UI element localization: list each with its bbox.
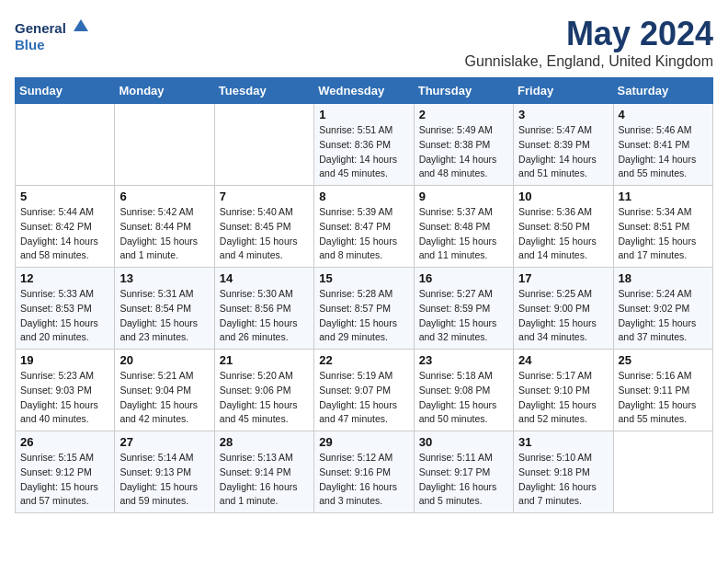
week-row-1: 1Sunrise: 5:51 AM Sunset: 8:36 PM Daylig… bbox=[16, 104, 713, 186]
logo-svg: General Blue bbox=[15, 15, 88, 56]
day-info: Sunrise: 5:47 AM Sunset: 8:39 PM Dayligh… bbox=[518, 123, 608, 181]
day-info: Sunrise: 5:14 AM Sunset: 9:13 PM Dayligh… bbox=[119, 451, 209, 509]
day-info: Sunrise: 5:13 AM Sunset: 9:14 PM Dayligh… bbox=[220, 451, 309, 509]
calendar-cell: 16Sunrise: 5:27 AM Sunset: 8:59 PM Dayli… bbox=[414, 268, 513, 350]
day-info: Sunrise: 5:28 AM Sunset: 8:57 PM Dayligh… bbox=[319, 287, 408, 345]
day-number: 4 bbox=[619, 108, 708, 121]
day-info: Sunrise: 5:21 AM Sunset: 9:04 PM Dayligh… bbox=[119, 369, 209, 427]
week-row-2: 5Sunrise: 5:44 AM Sunset: 8:42 PM Daylig… bbox=[16, 186, 713, 268]
day-number: 11 bbox=[619, 190, 708, 203]
day-info: Sunrise: 5:16 AM Sunset: 9:11 PM Dayligh… bbox=[619, 369, 708, 427]
day-info: Sunrise: 5:27 AM Sunset: 8:59 PM Dayligh… bbox=[419, 287, 508, 345]
calendar-cell bbox=[214, 104, 313, 186]
header-cell-sunday: Sunday bbox=[16, 78, 115, 104]
calendar-cell bbox=[613, 431, 712, 513]
calendar-cell: 25Sunrise: 5:16 AM Sunset: 9:11 PM Dayli… bbox=[613, 350, 712, 431]
calendar-cell: 11Sunrise: 5:34 AM Sunset: 8:51 PM Dayli… bbox=[613, 186, 712, 268]
day-info: Sunrise: 5:30 AM Sunset: 8:56 PM Dayligh… bbox=[220, 287, 309, 345]
title-block: May 2024 Gunnislake, England, United Kin… bbox=[465, 15, 713, 70]
day-info: Sunrise: 5:12 AM Sunset: 9:16 PM Dayligh… bbox=[319, 451, 408, 509]
day-info: Sunrise: 5:31 AM Sunset: 8:54 PM Dayligh… bbox=[119, 287, 209, 345]
day-number: 8 bbox=[319, 190, 408, 203]
week-row-4: 19Sunrise: 5:23 AM Sunset: 9:03 PM Dayli… bbox=[16, 350, 713, 431]
day-number: 29 bbox=[319, 435, 408, 449]
day-number: 1 bbox=[319, 108, 408, 121]
header-cell-thursday: Thursday bbox=[414, 78, 513, 104]
day-info: Sunrise: 5:10 AM Sunset: 9:18 PM Dayligh… bbox=[518, 451, 608, 509]
day-info: Sunrise: 5:42 AM Sunset: 8:44 PM Dayligh… bbox=[119, 205, 209, 263]
calendar-cell: 14Sunrise: 5:30 AM Sunset: 8:56 PM Dayli… bbox=[214, 268, 313, 350]
calendar-cell: 21Sunrise: 5:20 AM Sunset: 9:06 PM Dayli… bbox=[214, 350, 313, 431]
day-info: Sunrise: 5:49 AM Sunset: 8:38 PM Dayligh… bbox=[419, 123, 508, 181]
day-info: Sunrise: 5:11 AM Sunset: 9:17 PM Dayligh… bbox=[419, 451, 508, 509]
calendar-cell: 28Sunrise: 5:13 AM Sunset: 9:14 PM Dayli… bbox=[214, 431, 313, 513]
day-info: Sunrise: 5:23 AM Sunset: 9:03 PM Dayligh… bbox=[20, 369, 109, 427]
day-info: Sunrise: 5:34 AM Sunset: 8:51 PM Dayligh… bbox=[619, 205, 708, 263]
day-number: 16 bbox=[419, 271, 508, 285]
day-number: 2 bbox=[419, 108, 508, 121]
day-number: 20 bbox=[119, 353, 209, 367]
day-number: 27 bbox=[119, 435, 209, 449]
day-number: 6 bbox=[119, 190, 209, 203]
calendar-cell: 24Sunrise: 5:17 AM Sunset: 9:10 PM Dayli… bbox=[514, 350, 613, 431]
calendar-cell: 29Sunrise: 5:12 AM Sunset: 9:16 PM Dayli… bbox=[314, 431, 414, 513]
header-cell-monday: Monday bbox=[115, 78, 214, 104]
calendar-cell: 20Sunrise: 5:21 AM Sunset: 9:04 PM Dayli… bbox=[115, 350, 214, 431]
day-info: Sunrise: 5:33 AM Sunset: 8:53 PM Dayligh… bbox=[20, 287, 109, 345]
calendar-cell: 13Sunrise: 5:31 AM Sunset: 8:54 PM Dayli… bbox=[115, 268, 214, 350]
day-number: 10 bbox=[518, 190, 608, 203]
svg-text:General: General bbox=[15, 20, 66, 36]
day-info: Sunrise: 5:18 AM Sunset: 9:08 PM Dayligh… bbox=[419, 369, 508, 427]
day-number: 22 bbox=[319, 353, 408, 367]
day-number: 25 bbox=[619, 353, 708, 367]
day-info: Sunrise: 5:36 AM Sunset: 8:50 PM Dayligh… bbox=[518, 205, 608, 263]
main-title: May 2024 bbox=[465, 15, 713, 53]
day-number: 9 bbox=[419, 190, 508, 203]
page-header: General Blue May 2024 Gunnislake, Englan… bbox=[15, 15, 713, 70]
calendar-cell: 27Sunrise: 5:14 AM Sunset: 9:13 PM Dayli… bbox=[115, 431, 214, 513]
day-info: Sunrise: 5:46 AM Sunset: 8:41 PM Dayligh… bbox=[619, 123, 708, 181]
day-info: Sunrise: 5:24 AM Sunset: 9:02 PM Dayligh… bbox=[619, 287, 708, 345]
calendar-cell: 6Sunrise: 5:42 AM Sunset: 8:44 PM Daylig… bbox=[115, 186, 214, 268]
calendar-cell: 7Sunrise: 5:40 AM Sunset: 8:45 PM Daylig… bbox=[214, 186, 313, 268]
calendar-cell: 19Sunrise: 5:23 AM Sunset: 9:03 PM Dayli… bbox=[16, 350, 115, 431]
calendar-cell: 8Sunrise: 5:39 AM Sunset: 8:47 PM Daylig… bbox=[314, 186, 414, 268]
day-number: 19 bbox=[20, 353, 109, 367]
day-info: Sunrise: 5:44 AM Sunset: 8:42 PM Dayligh… bbox=[20, 205, 109, 263]
calendar-cell: 3Sunrise: 5:47 AM Sunset: 8:39 PM Daylig… bbox=[514, 104, 613, 186]
header-cell-saturday: Saturday bbox=[613, 78, 712, 104]
calendar-cell: 22Sunrise: 5:19 AM Sunset: 9:07 PM Dayli… bbox=[314, 350, 414, 431]
day-number: 31 bbox=[518, 435, 608, 449]
calendar-cell: 4Sunrise: 5:46 AM Sunset: 8:41 PM Daylig… bbox=[613, 104, 712, 186]
day-number: 13 bbox=[119, 271, 209, 285]
calendar-cell: 31Sunrise: 5:10 AM Sunset: 9:18 PM Dayli… bbox=[514, 431, 613, 513]
day-number: 23 bbox=[419, 353, 508, 367]
day-number: 3 bbox=[518, 108, 608, 121]
calendar-cell: 5Sunrise: 5:44 AM Sunset: 8:42 PM Daylig… bbox=[16, 186, 115, 268]
day-number: 14 bbox=[220, 271, 309, 285]
day-info: Sunrise: 5:40 AM Sunset: 8:45 PM Dayligh… bbox=[220, 205, 309, 263]
calendar-cell bbox=[115, 104, 214, 186]
day-info: Sunrise: 5:17 AM Sunset: 9:10 PM Dayligh… bbox=[518, 369, 608, 427]
header-cell-friday: Friday bbox=[514, 78, 613, 104]
calendar-cell: 26Sunrise: 5:15 AM Sunset: 9:12 PM Dayli… bbox=[16, 431, 115, 513]
header-row: SundayMondayTuesdayWednesdayThursdayFrid… bbox=[16, 78, 713, 104]
calendar-cell: 18Sunrise: 5:24 AM Sunset: 9:02 PM Dayli… bbox=[613, 268, 712, 350]
calendar-cell: 9Sunrise: 5:37 AM Sunset: 8:48 PM Daylig… bbox=[414, 186, 513, 268]
calendar-cell: 12Sunrise: 5:33 AM Sunset: 8:53 PM Dayli… bbox=[16, 268, 115, 350]
day-number: 5 bbox=[20, 190, 109, 203]
calendar-cell: 30Sunrise: 5:11 AM Sunset: 9:17 PM Dayli… bbox=[414, 431, 513, 513]
day-info: Sunrise: 5:39 AM Sunset: 8:47 PM Dayligh… bbox=[319, 205, 408, 263]
day-number: 17 bbox=[518, 271, 608, 285]
day-number: 30 bbox=[419, 435, 508, 449]
subtitle: Gunnislake, England, United Kingdom bbox=[465, 53, 713, 70]
day-info: Sunrise: 5:37 AM Sunset: 8:48 PM Dayligh… bbox=[419, 205, 508, 263]
day-number: 12 bbox=[20, 271, 109, 285]
svg-text:Blue: Blue bbox=[15, 37, 45, 52]
calendar-table: SundayMondayTuesdayWednesdayThursdayFrid… bbox=[15, 77, 713, 513]
calendar-cell: 10Sunrise: 5:36 AM Sunset: 8:50 PM Dayli… bbox=[514, 186, 613, 268]
day-number: 15 bbox=[319, 271, 408, 285]
calendar-cell: 1Sunrise: 5:51 AM Sunset: 8:36 PM Daylig… bbox=[314, 104, 414, 186]
svg-marker-2 bbox=[74, 19, 88, 31]
header-cell-tuesday: Tuesday bbox=[214, 78, 313, 104]
